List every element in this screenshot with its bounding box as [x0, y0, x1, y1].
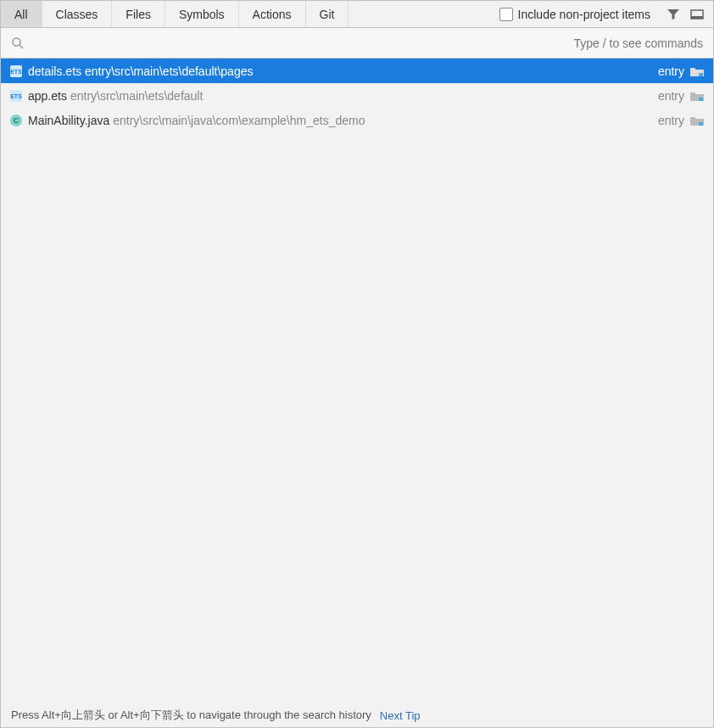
ets-file-icon: ETS	[9, 89, 23, 103]
ets-file-icon: ETS	[9, 64, 23, 78]
search-bar	[1, 28, 713, 59]
folder-icon	[689, 90, 705, 102]
svg-text:ETS: ETS	[10, 93, 22, 99]
result-row[interactable]: C MainAbility.java entry\src\main\java\c…	[1, 108, 713, 132]
svg-text:ETS: ETS	[10, 69, 22, 75]
include-non-project-checkbox[interactable]: Include non-project items	[499, 8, 650, 21]
svg-line-3	[20, 45, 23, 48]
result-module: entry	[658, 64, 684, 78]
tab-actions[interactable]: Actions	[239, 1, 306, 27]
results-list: ETS details.ets entry\src\main\ets\defau…	[1, 59, 713, 703]
tab-git[interactable]: Git	[306, 1, 349, 27]
result-path: entry\src\main\ets\default	[70, 89, 203, 103]
folder-icon	[689, 115, 705, 126]
svg-rect-12	[699, 122, 703, 126]
search-input[interactable]	[31, 36, 703, 50]
filter-icon[interactable]	[664, 5, 683, 24]
tab-classes[interactable]: Classes	[42, 1, 113, 27]
svg-rect-9	[699, 98, 703, 101]
svg-rect-1	[691, 16, 703, 19]
footer-hint-text: Press Alt+向上箭头 or Alt+向下箭头 to navigate t…	[11, 708, 371, 723]
java-class-icon: C	[9, 114, 23, 127]
result-file-name: details.ets	[28, 64, 81, 78]
result-file-name: MainAbility.java	[28, 114, 109, 127]
checkbox-label: Include non-project items	[518, 8, 650, 21]
tabs: All Classes Files Symbols Actions Git	[1, 1, 349, 27]
result-path: entry\src\main\ets\default\pages	[85, 64, 253, 78]
svg-text:C: C	[14, 116, 20, 125]
search-icon	[11, 36, 25, 50]
tab-all[interactable]: All	[1, 1, 42, 27]
tab-files[interactable]: Files	[112, 1, 165, 27]
result-row[interactable]: ETS app.ets entry\src\main\ets\default e…	[1, 83, 713, 108]
next-tip-link[interactable]: Next Tip	[380, 709, 421, 722]
svg-rect-6	[699, 73, 703, 76]
result-file-name: app.ets	[28, 89, 67, 103]
svg-point-2	[13, 38, 20, 46]
result-module: entry	[658, 89, 684, 103]
tabs-bar: All Classes Files Symbols Actions Git In…	[1, 1, 713, 28]
checkbox-box-icon	[499, 8, 513, 21]
tab-symbols[interactable]: Symbols	[165, 1, 239, 27]
result-path: entry\src\main\java\com\example\hm_ets_d…	[113, 114, 365, 127]
result-module: entry	[658, 114, 684, 127]
footer-hint: Press Alt+向上箭头 or Alt+向下箭头 to navigate t…	[1, 703, 713, 727]
result-row[interactable]: ETS details.ets entry\src\main\ets\defau…	[1, 59, 713, 83]
open-window-icon[interactable]	[688, 5, 706, 24]
folder-icon	[689, 65, 705, 77]
